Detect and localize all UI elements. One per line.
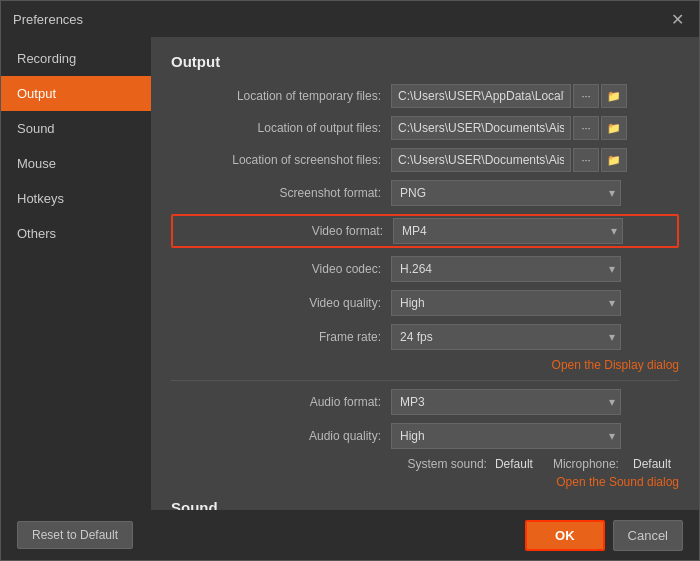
reset-to-default-button[interactable]: Reset to Default bbox=[17, 521, 133, 549]
screenshot-files-row: Location of screenshot files: ··· 📁 bbox=[171, 148, 679, 172]
screenshot-files-input[interactable] bbox=[391, 148, 571, 172]
audio-quality-wrap: High Medium Low ▾ bbox=[391, 423, 621, 449]
footer-right: OK Cancel bbox=[525, 520, 683, 551]
video-format-highlighted-row: Video format: MP4 AVI MOV MKV ▾ bbox=[171, 214, 679, 248]
screenshot-files-controls: ··· 📁 bbox=[391, 148, 679, 172]
main-body: Recording Output Sound Mouse Hotkeys Oth… bbox=[1, 37, 699, 510]
open-sound-dialog-row: Open the Sound dialog bbox=[171, 475, 679, 489]
temp-files-input[interactable] bbox=[391, 84, 571, 108]
audio-format-wrap: MP3 AAC WAV ▾ bbox=[391, 389, 621, 415]
sidebar-item-sound[interactable]: Sound bbox=[1, 111, 151, 146]
audio-quality-row: Audio quality: High Medium Low ▾ bbox=[171, 423, 679, 449]
video-format-controls: MP4 AVI MOV MKV ▾ bbox=[393, 218, 677, 244]
system-sound-microphone-row: System sound: Default Microphone: Defaul… bbox=[171, 457, 679, 471]
sidebar-item-others[interactable]: Others bbox=[1, 216, 151, 251]
output-files-ellipsis-btn[interactable]: ··· bbox=[573, 116, 599, 140]
output-files-input[interactable] bbox=[391, 116, 571, 140]
audio-quality-label: Audio quality: bbox=[171, 429, 391, 443]
screenshot-format-label: Screenshot format: bbox=[171, 186, 391, 200]
cancel-button[interactable]: Cancel bbox=[613, 520, 683, 551]
output-files-controls: ··· 📁 bbox=[391, 116, 679, 140]
video-quality-label: Video quality: bbox=[171, 296, 391, 310]
video-format-label: Video format: bbox=[173, 224, 393, 238]
audio-format-row: Audio format: MP3 AAC WAV ▾ bbox=[171, 389, 679, 415]
sidebar-item-recording[interactable]: Recording bbox=[1, 41, 151, 76]
frame-rate-row: Frame rate: 24 fps 30 fps 60 fps ▾ bbox=[171, 324, 679, 350]
sidebar: Recording Output Sound Mouse Hotkeys Oth… bbox=[1, 37, 151, 510]
video-codec-controls: H.264 H.265 MPEG-4 ▾ bbox=[391, 256, 679, 282]
video-codec-select[interactable]: H.264 H.265 MPEG-4 bbox=[391, 256, 621, 282]
audio-format-controls: MP3 AAC WAV ▾ bbox=[391, 389, 679, 415]
video-quality-wrap: High Medium Low ▾ bbox=[391, 290, 621, 316]
dialog-title: Preferences bbox=[13, 12, 83, 27]
temp-files-row: Location of temporary files: ··· 📁 bbox=[171, 84, 679, 108]
preferences-dialog: Preferences ✕ Recording Output Sound Mou… bbox=[0, 0, 700, 561]
frame-rate-select[interactable]: 24 fps 30 fps 60 fps bbox=[391, 324, 621, 350]
open-display-dialog-row: Open the Display dialog bbox=[171, 358, 679, 372]
video-quality-select[interactable]: High Medium Low bbox=[391, 290, 621, 316]
close-button[interactable]: ✕ bbox=[667, 9, 687, 29]
microphone-label: Microphone: bbox=[553, 457, 619, 471]
system-sound-label: System sound: bbox=[408, 457, 487, 471]
open-sound-dialog-link[interactable]: Open the Sound dialog bbox=[556, 475, 679, 489]
screenshot-files-folder-btn[interactable]: 📁 bbox=[601, 148, 627, 172]
content-area: Output Location of temporary files: ··· … bbox=[151, 37, 699, 510]
audio-quality-controls: High Medium Low ▾ bbox=[391, 423, 679, 449]
frame-rate-label: Frame rate: bbox=[171, 330, 391, 344]
microphone-value: Default bbox=[633, 457, 671, 471]
screenshot-format-controls: PNG JPG BMP ▾ bbox=[391, 180, 679, 206]
audio-format-select[interactable]: MP3 AAC WAV bbox=[391, 389, 621, 415]
sidebar-item-hotkeys[interactable]: Hotkeys bbox=[1, 181, 151, 216]
video-quality-controls: High Medium Low ▾ bbox=[391, 290, 679, 316]
open-display-dialog-link[interactable]: Open the Display dialog bbox=[552, 358, 679, 372]
output-section-title: Output bbox=[171, 53, 679, 70]
sidebar-item-mouse[interactable]: Mouse bbox=[1, 146, 151, 181]
video-format-select[interactable]: MP4 AVI MOV MKV bbox=[393, 218, 623, 244]
video-codec-wrap: H.264 H.265 MPEG-4 ▾ bbox=[391, 256, 621, 282]
screenshot-files-ellipsis-btn[interactable]: ··· bbox=[573, 148, 599, 172]
screenshot-format-select[interactable]: PNG JPG BMP bbox=[391, 180, 621, 206]
system-sound-value: Default bbox=[495, 457, 533, 471]
temp-files-folder-btn[interactable]: 📁 bbox=[601, 84, 627, 108]
audio-format-label: Audio format: bbox=[171, 395, 391, 409]
video-codec-label: Video codec: bbox=[171, 262, 391, 276]
temp-files-label: Location of temporary files: bbox=[171, 89, 391, 103]
video-quality-row: Video quality: High Medium Low ▾ bbox=[171, 290, 679, 316]
screenshot-format-row: Screenshot format: PNG JPG BMP ▾ bbox=[171, 180, 679, 206]
screenshot-format-wrap: PNG JPG BMP ▾ bbox=[391, 180, 621, 206]
audio-quality-select[interactable]: High Medium Low bbox=[391, 423, 621, 449]
video-format-wrap: MP4 AVI MOV MKV ▾ bbox=[393, 218, 623, 244]
temp-files-ellipsis-btn[interactable]: ··· bbox=[573, 84, 599, 108]
ok-button[interactable]: OK bbox=[525, 520, 605, 551]
temp-files-controls: ··· 📁 bbox=[391, 84, 679, 108]
frame-rate-controls: 24 fps 30 fps 60 fps ▾ bbox=[391, 324, 679, 350]
sidebar-item-output[interactable]: Output bbox=[1, 76, 151, 111]
output-files-label: Location of output files: bbox=[171, 121, 391, 135]
video-codec-row: Video codec: H.264 H.265 MPEG-4 ▾ bbox=[171, 256, 679, 282]
frame-rate-wrap: 24 fps 30 fps 60 fps ▾ bbox=[391, 324, 621, 350]
output-files-folder-btn[interactable]: 📁 bbox=[601, 116, 627, 140]
title-bar: Preferences ✕ bbox=[1, 1, 699, 37]
screenshot-files-label: Location of screenshot files: bbox=[171, 153, 391, 167]
sound-section-title: Sound bbox=[171, 499, 679, 510]
footer: Reset to Default OK Cancel bbox=[1, 510, 699, 560]
video-format-row: Video format: MP4 AVI MOV MKV ▾ bbox=[173, 218, 677, 244]
output-files-row: Location of output files: ··· 📁 bbox=[171, 116, 679, 140]
separator-1 bbox=[171, 380, 679, 381]
